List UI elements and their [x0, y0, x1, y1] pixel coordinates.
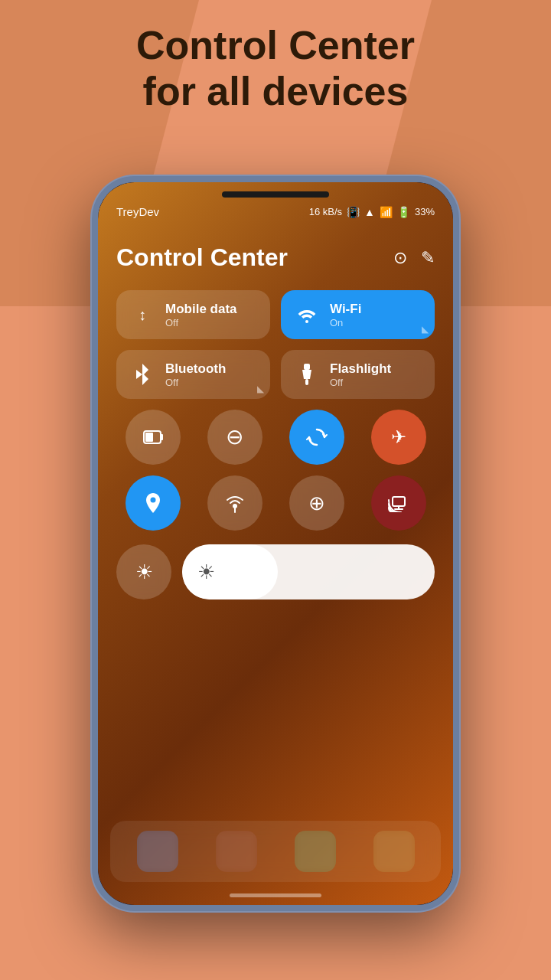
- wifi-expand-icon: ◣: [422, 324, 429, 335]
- wifi-name: Wi-Fi: [330, 302, 361, 317]
- edit-icon[interactable]: ✎: [421, 248, 435, 268]
- control-center: Control Center ⊙ ✎ ↕ Mobile data Off: [116, 243, 435, 874]
- brightness-fill: [182, 544, 278, 599]
- svg-rect-1: [304, 364, 310, 370]
- flashlight-tile[interactable]: Flashlight Off: [281, 350, 435, 399]
- bluetooth-status: Off: [165, 377, 226, 388]
- app-dock: [110, 821, 441, 882]
- location-button[interactable]: [126, 475, 181, 531]
- battery-percent: 33%: [415, 206, 435, 217]
- brightness-button[interactable]: ☀: [116, 544, 171, 599]
- bluetooth-name: Bluetooth: [165, 361, 226, 377]
- mobile-data-status: Off: [165, 317, 237, 328]
- bt-expand-icon: ◣: [257, 384, 264, 394]
- svg-point-0: [305, 320, 308, 323]
- headline: Control Center for all devices: [0, 23, 551, 115]
- battery-saver-button[interactable]: [126, 410, 181, 465]
- wifi-icon: [293, 301, 321, 328]
- speed-indicator: 16 kB/s: [309, 206, 342, 217]
- notch: [222, 191, 329, 198]
- phone-frame: TreyDev 16 kB/s 📳 ▲ 📶 🔋 33% Control Cent…: [92, 176, 459, 911]
- headline-line2: for all devices: [143, 69, 409, 113]
- svg-rect-5: [145, 433, 153, 442]
- svg-rect-3: [305, 379, 308, 385]
- dock-app-4: [373, 831, 415, 872]
- nfc-icon: ⊕: [308, 492, 325, 515]
- toggle-grid-row2: Bluetooth Off ◣ Flashlig: [116, 350, 435, 399]
- bluetooth-icon: [129, 361, 156, 388]
- brightness-slider[interactable]: ☀: [182, 544, 435, 599]
- signal-icon: 📶: [380, 206, 393, 218]
- airplane-mode-button[interactable]: ✈: [371, 410, 426, 465]
- dnd-button[interactable]: ⊖: [207, 410, 262, 465]
- mobile-data-name: Mobile data: [165, 302, 237, 317]
- dnd-icon: ⊖: [226, 426, 243, 448]
- flashlight-icon: [293, 361, 321, 388]
- airplane-icon: ✈: [391, 426, 406, 448]
- hotspot-button[interactable]: [207, 475, 262, 531]
- wifi-status-icon: ▲: [364, 206, 375, 218]
- svg-rect-6: [161, 434, 163, 440]
- toggle-grid-row1: ↕ Mobile data Off: [116, 290, 435, 339]
- status-bar: TreyDev 16 kB/s 📳 ▲ 📶 🔋 33%: [116, 205, 435, 218]
- phone-screen: TreyDev 16 kB/s 📳 ▲ 📶 🔋 33% Control Cent…: [98, 182, 453, 905]
- flashlight-status: Off: [330, 377, 391, 388]
- headline-line1: Control Center: [136, 23, 415, 67]
- dock-app-1: [137, 831, 178, 872]
- cc-title-actions: ⊙ ✎: [393, 248, 435, 268]
- status-icons: 16 kB/s 📳 ▲ 📶 🔋 33%: [309, 206, 435, 218]
- vibrate-icon: 📳: [347, 206, 360, 218]
- settings-icon[interactable]: ⊙: [393, 248, 407, 268]
- auto-rotate-button[interactable]: [289, 410, 344, 465]
- wifi-tile[interactable]: Wi-Fi On ◣: [281, 290, 435, 339]
- brightness-row: ☀ ☀: [116, 544, 435, 599]
- dock-app-3: [295, 831, 336, 872]
- svg-marker-2: [302, 370, 311, 379]
- nfc-button[interactable]: ⊕: [289, 475, 344, 531]
- svg-rect-10: [393, 497, 405, 506]
- carrier-name: TreyDev: [116, 205, 159, 218]
- brightness-sun-icon: ☀: [197, 560, 215, 584]
- svg-point-7: [150, 498, 155, 503]
- cc-title-row: Control Center ⊙ ✎: [116, 243, 435, 272]
- mobile-data-icon: ↕: [129, 301, 156, 328]
- mobile-data-tile[interactable]: ↕ Mobile data Off: [116, 290, 270, 339]
- wifi-status: On: [330, 317, 361, 328]
- cast-button[interactable]: [371, 475, 426, 531]
- flashlight-name: Flashlight: [330, 361, 391, 377]
- battery-icon: 🔋: [397, 206, 410, 218]
- dock-app-2: [216, 831, 257, 872]
- icon-row-2: ⊕: [116, 475, 435, 531]
- bluetooth-tile[interactable]: Bluetooth Off ◣: [116, 350, 270, 399]
- brightness-icon: ☀: [135, 560, 153, 584]
- cc-title: Control Center: [116, 243, 288, 272]
- home-indicator: [230, 893, 321, 897]
- icon-row-1: ⊖ ✈: [116, 410, 435, 465]
